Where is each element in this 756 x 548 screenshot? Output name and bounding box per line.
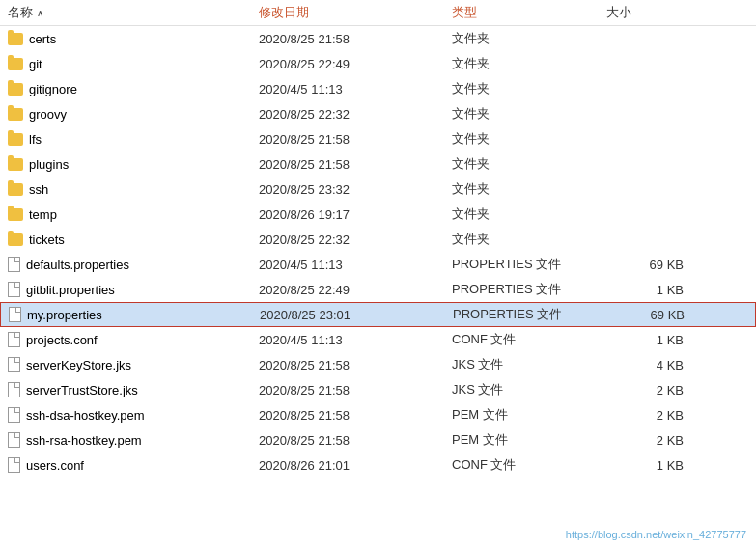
header-type[interactable]: 类型	[452, 4, 606, 21]
list-item[interactable]: ssh-dsa-hostkey.pem2020/8/25 21:58PEM 文件…	[0, 402, 756, 427]
col-size: 4 KB	[606, 358, 684, 372]
col-type: PEM 文件	[452, 406, 606, 424]
col-size: 69 KB	[607, 308, 685, 322]
col-name: ssh	[8, 182, 259, 197]
col-date: 2020/4/5 11:13	[259, 333, 452, 347]
col-date: 2020/8/25 21:58	[259, 433, 452, 448]
col-date: 2020/8/25 21:58	[259, 408, 452, 423]
col-size: 2 KB	[606, 383, 684, 397]
col-size: 69 KB	[606, 258, 684, 272]
file-name: lfs	[29, 132, 42, 147]
col-name: lfs	[8, 132, 259, 147]
file-name: temp	[29, 207, 57, 222]
col-type: PEM 文件	[452, 431, 606, 449]
col-size: 1 KB	[606, 458, 684, 473]
folder-icon	[8, 33, 23, 45]
col-type: 文件夹	[452, 30, 606, 47]
file-icon	[8, 457, 20, 473]
folder-icon	[8, 133, 23, 146]
col-type: 文件夹	[452, 55, 606, 72]
col-name: serverTrustStore.jks	[8, 382, 259, 397]
col-date: 2020/4/5 11:13	[259, 82, 452, 96]
col-type: 文件夹	[452, 130, 606, 148]
folder-icon	[8, 183, 23, 196]
file-icon	[8, 332, 20, 347]
col-date: 2020/8/25 23:32	[259, 182, 452, 197]
header-row: 名称 ∧ 修改日期 类型 大小	[0, 0, 756, 26]
col-name: tickets	[8, 233, 259, 247]
list-item[interactable]: defaults.properties2020/4/5 11:13PROPERT…	[0, 252, 756, 277]
file-icon	[8, 407, 20, 423]
list-item[interactable]: ssh2020/8/25 23:32文件夹	[0, 177, 756, 202]
list-item[interactable]: gitblit.properties2020/8/25 22:49PROPERT…	[0, 277, 756, 302]
list-item[interactable]: my.properties2020/8/25 23:01PROPERTIES 文…	[0, 302, 756, 327]
folder-icon	[8, 83, 23, 96]
col-date: 2020/8/25 22:49	[259, 283, 452, 297]
list-item[interactable]: git2020/8/25 22:49文件夹	[0, 51, 756, 76]
file-rows-container: certs2020/8/25 21:58文件夹git2020/8/25 22:4…	[0, 26, 756, 478]
file-name: certs	[29, 32, 56, 46]
file-name: my.properties	[27, 308, 102, 322]
col-name: ssh-dsa-hostkey.pem	[8, 407, 259, 423]
col-type: JKS 文件	[452, 356, 606, 373]
col-size: 1 KB	[606, 333, 684, 347]
col-type: CONF 文件	[452, 456, 606, 474]
file-name: serverTrustStore.jks	[26, 383, 138, 397]
col-name: defaults.properties	[8, 257, 259, 272]
file-icon	[8, 282, 20, 297]
list-item[interactable]: serverKeyStore.jks2020/8/25 21:58JKS 文件4…	[0, 352, 756, 377]
file-name: projects.conf	[26, 333, 98, 347]
col-name: plugins	[8, 157, 259, 172]
file-name: users.conf	[26, 458, 84, 473]
col-size: 2 KB	[606, 433, 684, 448]
list-item[interactable]: serverTrustStore.jks2020/8/25 21:58JKS 文…	[0, 377, 756, 402]
header-name-label: 名称	[8, 4, 33, 21]
col-date: 2020/4/5 11:13	[259, 258, 452, 272]
col-name: users.conf	[8, 457, 259, 473]
list-item[interactable]: users.conf2020/8/26 21:01CONF 文件1 KB	[0, 452, 756, 478]
folder-icon	[8, 233, 23, 246]
list-item[interactable]: temp2020/8/26 19:17文件夹	[0, 202, 756, 227]
file-name: gitblit.properties	[26, 283, 115, 297]
list-item[interactable]: certs2020/8/25 21:58文件夹	[0, 26, 756, 51]
col-type: 文件夹	[452, 206, 606, 223]
col-date: 2020/8/25 21:58	[259, 32, 452, 46]
file-list: 名称 ∧ 修改日期 类型 大小 certs2020/8/25 21:58文件夹g…	[0, 0, 756, 478]
header-name[interactable]: 名称 ∧	[8, 4, 259, 21]
list-item[interactable]: ssh-rsa-hostkey.pem2020/8/25 21:58PEM 文件…	[0, 427, 756, 452]
col-name: temp	[8, 207, 259, 222]
file-name: serverKeyStore.jks	[26, 358, 131, 372]
file-name: ssh-dsa-hostkey.pem	[26, 408, 145, 423]
list-item[interactable]: projects.conf2020/4/5 11:13CONF 文件1 KB	[0, 327, 756, 352]
col-name: git	[8, 57, 259, 71]
header-size[interactable]: 大小	[606, 4, 684, 21]
file-name: plugins	[29, 157, 69, 172]
file-name: ssh	[29, 182, 48, 197]
file-icon	[8, 432, 20, 448]
file-name: git	[29, 57, 42, 71]
col-type: 文件夹	[452, 80, 606, 97]
folder-icon	[8, 208, 23, 221]
col-type: PROPERTIES 文件	[453, 306, 607, 323]
col-name: ssh-rsa-hostkey.pem	[8, 432, 259, 448]
col-type: JKS 文件	[452, 381, 606, 398]
col-name: groovy	[8, 107, 259, 122]
list-item[interactable]: plugins2020/8/25 21:58文件夹	[0, 151, 756, 177]
col-date: 2020/8/25 21:58	[259, 358, 452, 372]
file-icon	[8, 257, 20, 272]
col-name: gitignore	[8, 82, 259, 96]
list-item[interactable]: gitignore2020/4/5 11:13文件夹	[0, 76, 756, 101]
list-item[interactable]: lfs2020/8/25 21:58文件夹	[0, 126, 756, 151]
file-name: groovy	[29, 107, 67, 122]
folder-icon	[8, 108, 23, 121]
file-icon	[8, 382, 20, 397]
col-date: 2020/8/26 21:01	[259, 458, 452, 473]
col-type: PROPERTIES 文件	[452, 256, 606, 273]
sort-arrow-icon: ∧	[37, 8, 43, 18]
list-item[interactable]: groovy2020/8/25 22:32文件夹	[0, 101, 756, 126]
col-type: 文件夹	[452, 155, 606, 173]
header-date[interactable]: 修改日期	[259, 4, 452, 21]
file-name: ssh-rsa-hostkey.pem	[26, 433, 142, 448]
col-date: 2020/8/25 22:32	[259, 233, 452, 247]
list-item[interactable]: tickets2020/8/25 22:32文件夹	[0, 227, 756, 252]
